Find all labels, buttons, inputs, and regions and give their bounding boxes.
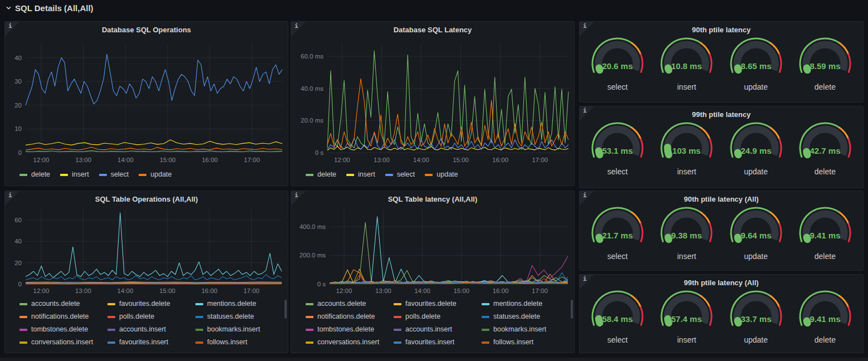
panel-info-icon[interactable]: i: [580, 22, 594, 36]
gauge-label: insert: [653, 335, 720, 344]
x-tick-label: 14:00: [117, 287, 134, 294]
legend-item-delete[interactable]: delete: [306, 168, 336, 181]
legend-item-accounts.delete[interactable]: accounts.delete: [306, 297, 391, 310]
legend-item-follows.insert[interactable]: follows.insert: [195, 336, 281, 349]
legend-item-notifications.delete[interactable]: notifications.delete: [306, 310, 391, 323]
panel-database-sql-operations: i Database SQL Operations 01020304012:00…: [4, 21, 288, 186]
legend-item-accounts.delete[interactable]: accounts.delete: [19, 297, 105, 310]
panel-title: 99th ptile latency: [580, 106, 863, 119]
gauge-label: insert: [653, 252, 720, 261]
x-tick-label: 12:00: [336, 287, 352, 294]
x-tick-label: 13:00: [75, 287, 91, 294]
legend-item-mentions.delete[interactable]: mentions.delete: [195, 297, 281, 310]
legend-item-mentions.delete[interactable]: mentions.delete: [482, 297, 567, 310]
gauge-value: 103 ms: [673, 146, 701, 155]
legend-swatch: [306, 303, 313, 305]
y-tick-label: 40: [14, 55, 22, 61]
gauge-value: 9.38 ms: [671, 231, 702, 240]
legend-swatch: [60, 174, 68, 176]
legend-item-favourites.insert[interactable]: favourites.insert: [394, 336, 479, 349]
panel-info-icon[interactable]: i: [580, 275, 594, 289]
legend-item-follows.insert[interactable]: follows.insert: [482, 336, 567, 349]
gauge-delete: 9.41 msdelete: [791, 206, 859, 261]
legend-item-notifications.delete[interactable]: notifications.delete: [19, 310, 105, 323]
legend-item-delete[interactable]: delete: [19, 168, 50, 181]
x-tick-label: 17:00: [532, 287, 548, 294]
panel-info-icon[interactable]: i: [580, 106, 594, 121]
gauge-canvas: 57.4 ms: [654, 290, 719, 338]
panel-info-icon[interactable]: i: [291, 191, 306, 206]
legend-item-select[interactable]: select: [385, 168, 415, 181]
gauge-label: delete: [791, 252, 859, 261]
gauge-label: insert: [653, 167, 720, 176]
legend-swatch: [306, 329, 313, 331]
legend-item-insert[interactable]: insert: [60, 168, 89, 181]
legend-swatch: [19, 329, 27, 331]
row-header-sql-details[interactable]: SQL Details (All,All): [6, 3, 94, 13]
panel-90th-ptile-latency: i 90th ptile latency 20.6 msselect10.8 m…: [579, 21, 864, 103]
gauge-canvas: 21.7 ms: [585, 206, 650, 254]
gauge-canvas: 9.64 ms: [723, 206, 789, 254]
legend-item-accounts.insert[interactable]: accounts.insert: [394, 323, 479, 336]
x-tick-label: 14:00: [117, 157, 134, 163]
legend-item-update[interactable]: update: [139, 168, 171, 181]
legend-item-polls.delete[interactable]: polls.delete: [107, 310, 193, 323]
legend-item-update[interactable]: update: [425, 168, 458, 181]
legend-swatch: [306, 342, 313, 344]
gauge-insert: 9.38 msinsert: [653, 206, 720, 261]
panel-info-icon[interactable]: i: [291, 22, 306, 36]
panel-title: SQL Table latency (All,All): [291, 191, 574, 204]
legend-swatch: [482, 329, 489, 331]
legend-item-polls.delete[interactable]: polls.delete: [394, 310, 479, 323]
legend-item-tombstones.delete[interactable]: tombstones.delete: [306, 323, 391, 336]
x-tick-label: 15:00: [453, 157, 469, 163]
panel-info-icon[interactable]: i: [5, 191, 19, 206]
legend-swatch: [394, 316, 401, 318]
gauge-canvas: 8.59 ms: [792, 37, 858, 85]
gauge-value: 57.4 ms: [671, 314, 702, 324]
legend-item-favourites.delete[interactable]: favourites.delete: [107, 297, 193, 310]
gauge-label: delete: [791, 82, 859, 91]
legend-item-conversations.insert[interactable]: conversations.insert: [306, 336, 391, 349]
y-tick-label: 0 s: [317, 281, 326, 287]
gauge-value: 8.59 ms: [810, 61, 840, 71]
chart-canvas: 01020304012:0013:0014:0015:0016:0017:00: [6, 35, 288, 167]
chevron-down-icon: [6, 5, 12, 11]
legend-item-accounts.insert[interactable]: accounts.insert: [107, 323, 193, 336]
legend-item-select[interactable]: select: [99, 168, 129, 181]
gauge-update: 8.65 msupdate: [722, 37, 790, 91]
panel-info-icon[interactable]: i: [5, 22, 19, 36]
legend-item-statuses.delete[interactable]: statuses.delete: [195, 310, 281, 323]
legend-swatch: [107, 329, 115, 331]
series-line-delete: [327, 51, 568, 148]
gauge-value: 9.41 ms: [810, 314, 840, 324]
gauge-canvas: 9.38 ms: [654, 206, 719, 254]
legend-scrollbar[interactable]: [571, 300, 573, 319]
gauge-value: 9.41 ms: [810, 231, 840, 240]
gauge-row: 21.7 msselect9.38 msinsert9.64 msupdate9…: [580, 204, 863, 261]
legend-swatch: [394, 303, 401, 305]
x-tick-label: 17:00: [243, 287, 259, 294]
legend-swatch: [385, 174, 393, 176]
legend-item-favourites.insert[interactable]: favourites.insert: [107, 336, 193, 349]
legend-item-favourites.delete[interactable]: favourites.delete: [394, 297, 479, 310]
panel-title: SQL Table Operations (All,All): [5, 191, 288, 204]
gauge-label: select: [583, 252, 651, 261]
gauge-canvas: 9.41 ms: [792, 290, 858, 338]
panel-database-sql-latency: i Database SQL Latency 0 s20.0 ms40.0 ms…: [291, 21, 575, 186]
y-tick-label: 0: [18, 149, 22, 156]
panel-info-icon[interactable]: i: [580, 191, 594, 206]
gauge-label: delete: [791, 167, 859, 176]
legend-swatch: [99, 174, 107, 176]
legend-item-bookmarks.insert[interactable]: bookmarks.insert: [482, 323, 567, 336]
legend-item-statuses.delete[interactable]: statuses.delete: [482, 310, 567, 323]
legend-item-tombstones.delete[interactable]: tombstones.delete: [19, 323, 105, 336]
legend-item-conversations.insert[interactable]: conversations.insert: [19, 336, 105, 349]
legend-scrollbar[interactable]: [285, 300, 287, 319]
legend-swatch: [482, 316, 489, 318]
y-tick-label: 400.0 ms: [300, 223, 326, 230]
legend-item-bookmarks.insert[interactable]: bookmarks.insert: [195, 323, 281, 336]
gauge-value: 58.4 ms: [602, 314, 633, 324]
legend-item-insert[interactable]: insert: [346, 168, 375, 181]
panel-90th-ptile-latency-all: i 90th ptile latency (All) 21.7 msselect…: [579, 191, 864, 271]
